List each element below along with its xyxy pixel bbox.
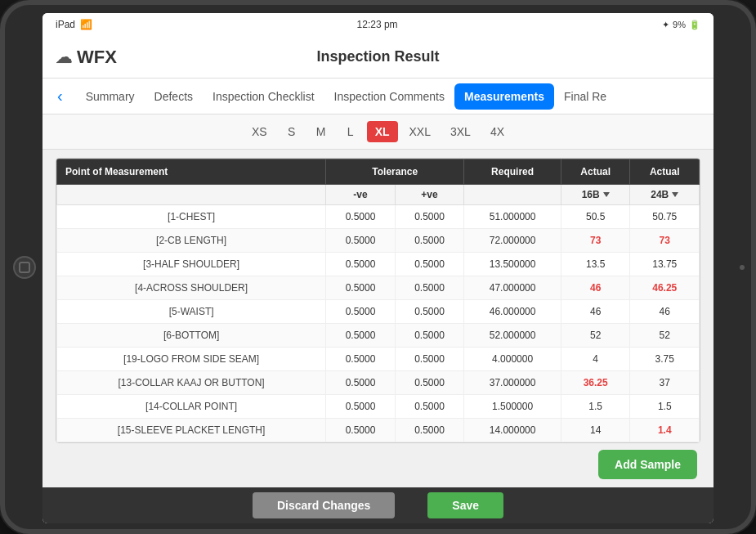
sub-pos: +ve bbox=[395, 185, 464, 205]
size-4x[interactable]: 4X bbox=[482, 121, 512, 142]
point-name: [1-CHEST] bbox=[57, 205, 326, 229]
size-s[interactable]: S bbox=[279, 121, 305, 142]
required-val: 51.000000 bbox=[464, 205, 561, 229]
actual-val-2[interactable]: 46.25 bbox=[630, 276, 700, 300]
pos-tolerance: 0.5000 bbox=[395, 300, 464, 324]
battery-icon: 🔋 bbox=[689, 20, 700, 30]
sample2-dropdown-icon[interactable] bbox=[672, 192, 678, 197]
actual-val-1[interactable]: 50.5 bbox=[561, 205, 630, 229]
size-xs[interactable]: XS bbox=[244, 121, 275, 142]
point-name: [6-BOTTOM] bbox=[57, 324, 326, 348]
point-name: [14-COLLAR POINT] bbox=[57, 395, 326, 419]
point-name: [2-CB LENGTH] bbox=[57, 229, 326, 253]
tab-measurements[interactable]: Measurements bbox=[454, 83, 554, 110]
sub-empty2 bbox=[464, 185, 561, 205]
actual-val-2[interactable]: 50.75 bbox=[630, 205, 700, 229]
point-name: [5-WAIST] bbox=[57, 300, 326, 324]
required-val: 13.500000 bbox=[464, 253, 561, 276]
col-actual2: Actual bbox=[630, 159, 700, 185]
size-m[interactable]: M bbox=[308, 121, 334, 142]
actual-val-1[interactable]: 36.25 bbox=[561, 371, 630, 395]
col-actual1: Actual bbox=[561, 159, 630, 185]
col-required: Required bbox=[464, 159, 561, 185]
actual-val-1[interactable]: 1.5 bbox=[561, 395, 630, 419]
table-row: [13-COLLAR KAAJ OR BUTTON]0.50000.500037… bbox=[57, 371, 700, 395]
neg-tolerance: 0.5000 bbox=[326, 395, 396, 419]
pos-tolerance: 0.5000 bbox=[395, 229, 464, 253]
app-header: ☁ WFX Inspection Result bbox=[42, 36, 714, 79]
pos-tolerance: 0.5000 bbox=[395, 348, 464, 371]
actual-val-1[interactable]: 13.5 bbox=[561, 253, 630, 276]
status-right: ✦ 9% 🔋 bbox=[662, 20, 700, 30]
table-row: [19-LOGO FROM SIDE SEAM]0.50000.50004.00… bbox=[57, 348, 700, 371]
sample1-dropdown-icon[interactable] bbox=[603, 192, 610, 197]
neg-tolerance: 0.5000 bbox=[326, 276, 396, 300]
bottom-toolbar: Discard Changes Save bbox=[42, 487, 714, 523]
required-val: 72.000000 bbox=[464, 229, 561, 253]
col-tolerance: Tolerance bbox=[326, 159, 464, 185]
actual-val-1[interactable]: 46 bbox=[561, 300, 630, 324]
status-left: iPad 📶 bbox=[56, 19, 92, 30]
sub-sample2: 24B bbox=[630, 185, 700, 205]
actual-val-2[interactable]: 3.75 bbox=[630, 348, 700, 371]
actual-val-1[interactable]: 14 bbox=[561, 419, 630, 442]
table-row: [2-CB LENGTH]0.50000.500072.0000007373 bbox=[57, 229, 700, 253]
status-time: 12:23 pm bbox=[357, 19, 398, 30]
actual-val-2[interactable]: 1.5 bbox=[630, 395, 700, 419]
size-xl[interactable]: XL bbox=[367, 121, 398, 142]
required-val: 14.000000 bbox=[464, 419, 561, 442]
tab-comments[interactable]: Inspection Comments bbox=[324, 83, 454, 110]
tab-defects[interactable]: Defects bbox=[145, 83, 203, 110]
actual-val-1[interactable]: 52 bbox=[561, 324, 630, 348]
app-logo: ☁ WFX bbox=[56, 47, 117, 68]
actual-val-1[interactable]: 73 bbox=[561, 229, 630, 253]
actual-val-1[interactable]: 46 bbox=[561, 276, 630, 300]
pos-tolerance: 0.5000 bbox=[395, 205, 464, 229]
required-val: 46.000000 bbox=[464, 300, 561, 324]
actual-val-1[interactable]: 4 bbox=[561, 348, 630, 371]
neg-tolerance: 0.5000 bbox=[326, 253, 396, 276]
pos-tolerance: 0.5000 bbox=[395, 324, 464, 348]
required-val: 52.000000 bbox=[464, 324, 561, 348]
size-xxl[interactable]: XXL bbox=[401, 121, 439, 142]
table-row: [3-HALF SHOULDER]0.50000.500013.50000013… bbox=[57, 253, 700, 276]
required-val: 37.000000 bbox=[464, 371, 561, 395]
size-3xl[interactable]: 3XL bbox=[442, 121, 479, 142]
tab-checklist[interactable]: Inspection Checklist bbox=[203, 83, 324, 110]
table-row: [4-ACROSS SHOULDER]0.50000.500047.000000… bbox=[57, 276, 700, 300]
pos-tolerance: 0.5000 bbox=[395, 253, 464, 276]
home-button[interactable] bbox=[13, 256, 36, 279]
col-point-of-measurement: Point of Measurement bbox=[57, 159, 326, 185]
back-button[interactable]: ‹ bbox=[51, 83, 69, 109]
save-button[interactable]: Save bbox=[427, 492, 503, 518]
tab-final[interactable]: Final Re bbox=[554, 83, 616, 110]
sub-empty bbox=[57, 185, 326, 205]
sub-neg: -ve bbox=[326, 185, 396, 205]
battery-level: 9% bbox=[673, 20, 686, 29]
wifi-icon: 📶 bbox=[80, 19, 92, 30]
nav-tabs: ‹ Summary Defects Inspection Checklist I… bbox=[42, 79, 714, 114]
neg-tolerance: 0.5000 bbox=[326, 229, 396, 253]
neg-tolerance: 0.5000 bbox=[326, 205, 396, 229]
point-name: [4-ACROSS SHOULDER] bbox=[57, 276, 326, 300]
actual-val-2[interactable]: 73 bbox=[630, 229, 700, 253]
neg-tolerance: 0.5000 bbox=[326, 348, 396, 371]
add-sample-button[interactable]: Add Sample bbox=[598, 450, 697, 479]
tab-summary[interactable]: Summary bbox=[76, 83, 145, 110]
discard-button[interactable]: Discard Changes bbox=[253, 492, 395, 518]
actual-val-2[interactable]: 46 bbox=[630, 300, 700, 324]
actual-val-2[interactable]: 1.4 bbox=[630, 419, 700, 442]
actual-val-2[interactable]: 37 bbox=[630, 371, 700, 395]
required-val: 4.000000 bbox=[464, 348, 561, 371]
required-val: 1.500000 bbox=[464, 395, 561, 419]
pos-tolerance: 0.5000 bbox=[395, 419, 464, 442]
actual-val-2[interactable]: 52 bbox=[630, 324, 700, 348]
cloud-icon: ☁ bbox=[56, 47, 72, 67]
add-sample-area: Add Sample bbox=[56, 450, 700, 479]
actual-val-2[interactable]: 13.75 bbox=[630, 253, 700, 276]
status-bar: iPad 📶 12:23 pm ✦ 9% 🔋 bbox=[42, 13, 714, 36]
location-icon: ✦ bbox=[662, 20, 669, 30]
pos-tolerance: 0.5000 bbox=[395, 276, 464, 300]
size-l[interactable]: L bbox=[338, 121, 364, 142]
pos-tolerance: 0.5000 bbox=[395, 395, 464, 419]
